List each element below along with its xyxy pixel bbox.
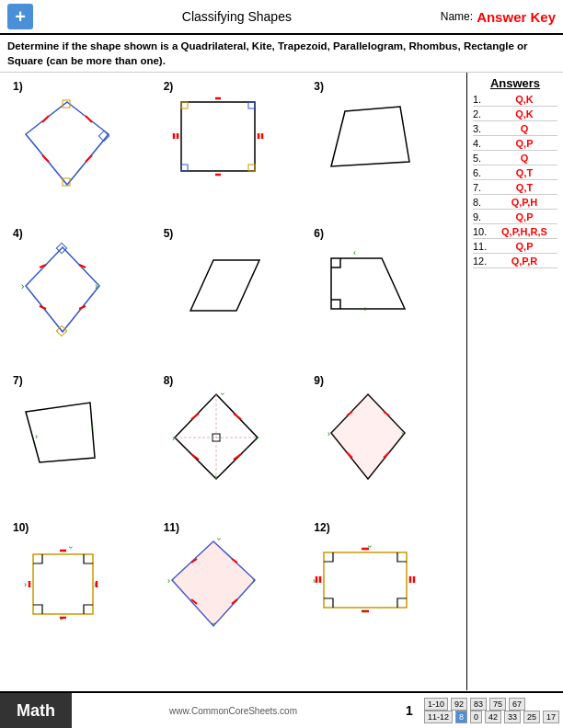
shape-10: › › › ›	[15, 536, 116, 637]
answer-row-6: 6.Q,T	[473, 167, 557, 180]
answer-val-8: Q,P,H	[491, 197, 557, 208]
svg-text:›: ›	[252, 576, 255, 586]
score-83: 83	[470, 698, 487, 711]
logo-icon: +	[7, 4, 33, 29]
answer-row-1: 1.Q,K	[473, 94, 557, 107]
svg-text:›: ›	[213, 475, 222, 478]
answer-val-1: Q,K	[491, 94, 557, 105]
score-label-11-12: 11-12	[424, 711, 453, 723]
svg-text:›: ›	[24, 580, 27, 589]
answer-row-2: 2.Q,K	[473, 108, 557, 121]
answer-val-10: Q,P,H,R,S	[491, 226, 557, 237]
svg-text:›: ›	[95, 281, 98, 291]
answer-val-3: Q	[491, 123, 557, 134]
answer-row-8: 8.Q,P,H	[473, 197, 557, 210]
svg-marker-29	[190, 260, 259, 311]
score-42: 42	[485, 711, 501, 723]
problem-12: 12)	[308, 518, 459, 665]
svg-rect-18	[248, 165, 255, 171]
svg-line-40	[191, 454, 199, 460]
answer-num-2: 2.	[473, 108, 491, 119]
answer-num-10: 10.	[473, 226, 491, 237]
svg-text:›: ›	[57, 618, 66, 620]
answer-num-12: 12.	[473, 256, 491, 267]
svg-text:›: ›	[35, 432, 38, 441]
svg-rect-8	[181, 102, 255, 171]
answer-row-3: 3.Q	[473, 123, 557, 136]
problem-7-num: 7)	[13, 374, 23, 387]
svg-text:›: ›	[94, 580, 97, 589]
svg-rect-16	[248, 102, 255, 108]
svg-text:›: ›	[327, 429, 330, 438]
problem-12-num: 12)	[314, 521, 329, 534]
problem-8-num: 8)	[164, 374, 174, 387]
problems-area: 1)	[0, 73, 466, 690]
score-25: 25	[523, 711, 540, 723]
svg-text:›: ›	[408, 576, 411, 586]
problem-10-num: 10)	[13, 521, 29, 534]
svg-line-21	[79, 265, 86, 267]
answer-val-6: Q,T	[491, 167, 557, 178]
svg-text:›: ›	[91, 423, 94, 432]
problems-grid: 1)	[7, 76, 459, 665]
score-67: 67	[509, 698, 525, 711]
problem-1-num: 1)	[13, 80, 23, 93]
score-90: 0	[470, 711, 482, 723]
svg-line-39	[191, 414, 199, 419]
problem-9: 9) › ›	[308, 370, 459, 518]
answer-num-6: 6.	[473, 167, 491, 178]
shape-8: › › › ›	[166, 387, 276, 497]
svg-line-23	[40, 265, 46, 267]
svg-text:›: ›	[21, 281, 24, 291]
problem-2-num: 2)	[164, 80, 174, 93]
answer-num-4: 4.	[473, 138, 491, 149]
answer-num-5: 5.	[473, 153, 491, 164]
svg-text:›: ›	[313, 576, 316, 586]
svg-text:›: ›	[172, 434, 175, 443]
answer-row-10: 10.Q,P,H,R,S	[473, 226, 557, 239]
svg-marker-20	[26, 247, 99, 332]
footer-page-number: 1	[395, 703, 424, 718]
svg-line-1	[86, 116, 92, 122]
page-header: + Classifying Shapes Name: Answer Key	[0, 0, 563, 35]
svg-line-2	[86, 155, 92, 162]
answer-val-2: Q,K	[491, 108, 557, 119]
shape-4: › ›	[12, 240, 122, 350]
instructions-text: Determine if the shape shown is a Quadri…	[0, 35, 563, 73]
svg-line-24	[40, 306, 46, 309]
svg-text:›: ›	[214, 538, 224, 540]
svg-rect-75	[324, 552, 407, 608]
svg-marker-66	[172, 541, 255, 626]
svg-line-4	[42, 155, 49, 162]
answer-row-7: 7.Q,T	[473, 182, 557, 195]
problem-11-num: 11)	[164, 521, 179, 534]
svg-text:›: ›	[218, 392, 227, 395]
answer-row-5: 5.Q	[473, 153, 557, 165]
shape-2	[167, 93, 278, 194]
svg-text:›: ›	[167, 576, 170, 586]
score-88: 8	[455, 711, 467, 723]
shape-9: › ›	[313, 387, 423, 497]
answer-panel: Answers 1.Q,K2.Q,K3.Q4.Q,P5.Q6.Q,T7.Q,T8…	[466, 73, 563, 690]
svg-marker-0	[26, 102, 109, 185]
problem-3-num: 3)	[314, 80, 324, 93]
answer-val-12: Q,P,R	[491, 256, 557, 267]
main-content: 1)	[0, 73, 563, 690]
answer-num-3: 3.	[473, 123, 491, 134]
score-label-1-10: 1-10	[424, 698, 448, 711]
score-75: 75	[489, 698, 506, 711]
svg-rect-17	[181, 165, 188, 171]
problem-1: 1)	[7, 76, 158, 223]
footer-scores: 1-10 92 83 75 67 11-12 8 0 42 33 25 17	[424, 698, 563, 723]
answer-row-4: 4.Q,P	[473, 138, 557, 151]
svg-text:›: ›	[365, 545, 374, 548]
score-row-2: 11-12 8 0 42 33 25 17	[424, 711, 559, 723]
footer-url: www.CommonCoreSheets.com	[72, 706, 395, 716]
svg-marker-30	[331, 258, 405, 309]
answer-val-7: Q,T	[491, 182, 557, 193]
shape-5	[167, 242, 278, 343]
svg-text:›: ›	[360, 609, 369, 612]
shape-7: › ›	[12, 389, 122, 490]
svg-text:‹: ‹	[353, 248, 356, 257]
answer-num-7: 7.	[473, 182, 491, 193]
